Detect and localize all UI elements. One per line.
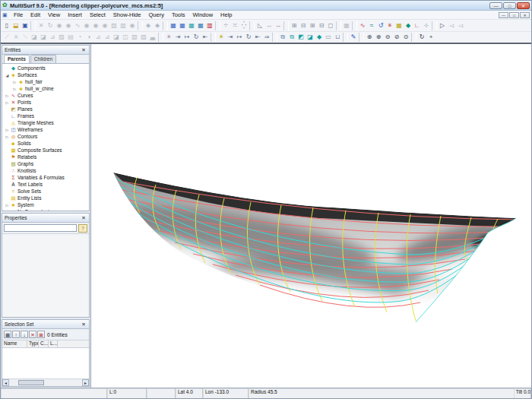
window-split-icon[interactable]: ⊟: [317, 21, 326, 30]
viewport-icon[interactable]: ⊔: [333, 33, 342, 42]
tree-item[interactable]: A Text Labels: [2, 181, 89, 188]
minimize-button[interactable]: —: [489, 2, 502, 9]
point-tool-icon[interactable]: ⨯: [11, 33, 21, 42]
window-new-icon[interactable]: ⊞: [308, 21, 317, 30]
zoom-in-icon[interactable]: ⊕: [365, 33, 374, 42]
menu-item[interactable]: Query: [144, 11, 167, 18]
tree-item[interactable]: ▷ ⊕ No Dependents: [2, 208, 89, 211]
new-file-icon[interactable]: ▯: [2, 21, 11, 30]
scroll-thumb[interactable]: [18, 380, 44, 385]
delete-icon[interactable]: ✕: [36, 21, 46, 30]
view-multi-icon[interactable]: ▦: [196, 21, 205, 30]
menu-item[interactable]: Show-Hide: [109, 11, 145, 18]
tri-tool-icon[interactable]: ⊿: [48, 33, 57, 42]
distance-icon[interactable]: ↔: [274, 21, 283, 30]
selection-column-header[interactable]: Type: [27, 340, 39, 347]
save-icon[interactable]: ▣: [21, 21, 30, 30]
render-mode-icon[interactable]: ◩: [296, 33, 306, 42]
curve-edit-icon[interactable]: ∿: [73, 21, 82, 30]
selection-panel-header[interactable]: Selection Set ✕: [2, 320, 89, 329]
tree-item[interactable]: ◆ Components: [2, 65, 89, 71]
tree-item[interactable]: ▷ ✕ Points: [2, 99, 89, 106]
menu-item[interactable]: Insert: [64, 11, 86, 18]
mesh-tool-icon[interactable]: ▤: [66, 33, 75, 42]
view-current-icon[interactable]: ▥: [205, 21, 214, 30]
open-file-icon[interactable]: ⬓: [11, 21, 21, 30]
edit-icon[interactable]: ◉: [82, 21, 91, 30]
surface-tool-icon[interactable]: ▨: [139, 33, 148, 42]
window-tile-icon[interactable]: ⊞: [290, 21, 299, 30]
line-tool-icon[interactable]: ⟍: [21, 33, 30, 42]
rotate-view-icon[interactable]: ↻: [417, 33, 426, 42]
tree-item[interactable]: ▷ ◈ hull_fair: [2, 78, 89, 85]
snap-icon[interactable]: ◈: [144, 21, 153, 30]
properties-panel-header[interactable]: Properties ✕: [2, 214, 89, 223]
swap-visibility-icon[interactable]: ↻: [244, 33, 253, 42]
tree-item[interactable]: ∟ Frames: [2, 112, 89, 119]
tree-item[interactable]: ▷ ◎ Contours: [2, 133, 89, 140]
tree-item[interactable]: ▦ Composite Surfaces: [2, 147, 89, 154]
refresh-visibility-icon[interactable]: ↻: [192, 33, 201, 42]
insert-snake-icon[interactable]: ≈: [367, 21, 376, 30]
select-cursor-icon[interactable]: ▷: [438, 21, 447, 30]
tree-expander-icon[interactable]: ▷: [5, 128, 10, 132]
insert-solid-icon[interactable]: ◆: [404, 21, 413, 30]
menu-item[interactable]: Window: [188, 11, 217, 18]
view-wireframe-icon[interactable]: ▦: [169, 21, 178, 30]
distance-icon[interactable]: ↔: [264, 21, 274, 30]
tree-expander-icon[interactable]: ▷: [5, 203, 10, 207]
tree-item[interactable]: ▷ ◫ Wireframes: [2, 126, 89, 133]
entities-tab[interactable]: Children: [30, 55, 56, 63]
arc-tool-icon[interactable]: ◑: [84, 33, 93, 42]
grid-icon[interactable]: ⁘: [221, 21, 230, 30]
tree-expander-icon[interactable]: ▷: [5, 135, 10, 139]
menu-item[interactable]: View: [44, 11, 64, 18]
mesh-tool-icon[interactable]: ▨: [57, 33, 66, 42]
tree-item[interactable]: ◢ ◈ Surfaces: [2, 71, 89, 78]
tree-item[interactable]: = Solve Sets: [2, 188, 89, 195]
edit-icon[interactable]: ◉: [64, 21, 73, 30]
surface-tool-icon[interactable]: ◪: [39, 33, 48, 42]
show-icon[interactable]: ↦: [235, 33, 244, 42]
close-icon[interactable]: ✕: [81, 321, 87, 328]
remove-icon[interactable]: ✕: [29, 331, 36, 338]
tree-item[interactable]: ◩ Planes: [2, 106, 89, 112]
edit-icon[interactable]: ◉: [91, 21, 100, 30]
view-shaded-icon[interactable]: ▦: [178, 21, 187, 30]
solid-tool-icon[interactable]: ◛: [148, 33, 157, 42]
selection-grid-icon[interactable]: ▦: [4, 331, 11, 338]
window-icon[interactable]: ◻: [326, 21, 335, 30]
entities-panel-header[interactable]: Entities ✕: [2, 46, 89, 55]
view-render-icon[interactable]: ▦: [187, 21, 196, 30]
zoom-window-icon[interactable]: ⊕: [374, 33, 383, 42]
tree-expander-icon[interactable]: ▷: [5, 210, 10, 211]
tree-item[interactable]: ▧ Graphs: [2, 160, 89, 167]
render-viewport[interactable]: [91, 44, 531, 388]
hide-icon[interactable]: ⇤: [253, 33, 262, 42]
surface-tool-icon[interactable]: ▧: [130, 33, 139, 42]
mdi-restore-button[interactable]: □: [509, 12, 519, 18]
select-prev2-icon[interactable]: ◅: [456, 21, 465, 30]
insert-frame-icon[interactable]: ∟: [413, 21, 422, 30]
pan-view-icon[interactable]: +: [426, 33, 435, 42]
properties-name-field[interactable]: [4, 224, 77, 232]
entities-tab[interactable]: Parents: [4, 55, 30, 63]
show-icon[interactable]: ☀: [164, 33, 173, 42]
zoom-extents-icon[interactable]: ⊘: [392, 33, 401, 42]
insert-mark-icon[interactable]: ⊹: [422, 21, 431, 30]
measure-icon[interactable]: ◺: [255, 21, 264, 30]
menu-item[interactable]: Edit: [27, 11, 44, 18]
annotate-icon[interactable]: ✎: [349, 33, 358, 42]
tree-item[interactable]: ■ Solids: [2, 140, 89, 147]
edit-icon[interactable]: ◉: [128, 21, 137, 30]
arc-tool-icon[interactable]: ◔: [75, 33, 84, 42]
surface-tool-icon[interactable]: ◪: [112, 33, 121, 42]
solid-mode-icon[interactable]: ◆: [315, 33, 324, 42]
selection-hscrollbar[interactable]: ◄ ►: [2, 378, 89, 386]
move-down-icon[interactable]: ↓: [21, 331, 28, 338]
insert-arc-icon[interactable]: ↺: [376, 21, 385, 30]
shaded-mode-icon[interactable]: ⧉: [287, 33, 296, 42]
edit-icon[interactable]: ◉: [100, 21, 109, 30]
insert-curve-icon[interactable]: ∿: [358, 21, 367, 30]
mesh-icon[interactable]: ▦: [342, 21, 351, 30]
